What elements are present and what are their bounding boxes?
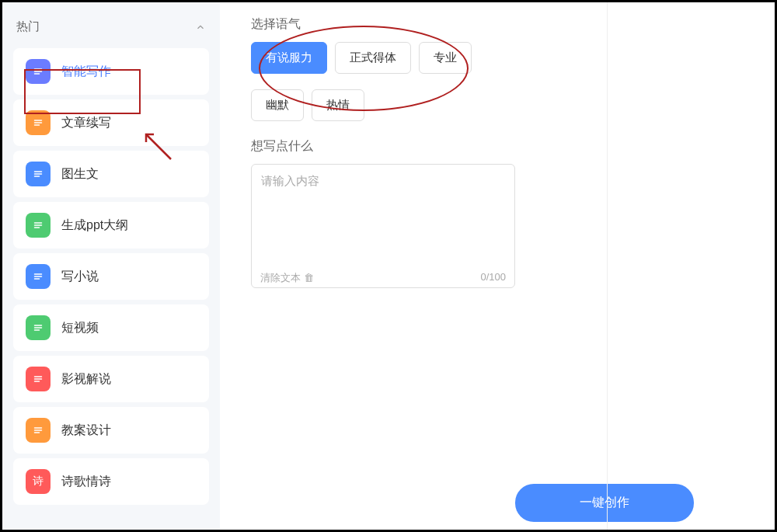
sidebar-item-label: 写小说 bbox=[61, 269, 99, 285]
tone-option-2[interactable]: 专业 bbox=[419, 42, 472, 74]
sidebar-item-label: 教案设计 bbox=[61, 422, 111, 439]
sidebar-item-8[interactable]: 诗诗歌情诗 bbox=[13, 458, 209, 505]
tone-label: 选择语气 bbox=[251, 16, 744, 33]
sidebar-item-icon: 诗 bbox=[26, 469, 51, 494]
sidebar-item-label: 文章续写 bbox=[61, 115, 111, 131]
content-input[interactable] bbox=[251, 164, 515, 288]
sidebar-item-label: 影视解说 bbox=[61, 371, 111, 388]
sidebar-item-label: 诗歌情诗 bbox=[61, 474, 111, 490]
sidebar-item-2[interactable]: 图生文 bbox=[13, 151, 209, 197]
sidebar-item-5[interactable]: 短视频 bbox=[13, 304, 209, 351]
submit-button[interactable]: 一键创作 bbox=[515, 484, 694, 522]
sidebar-item-icon bbox=[26, 418, 51, 443]
chevron-up-icon bbox=[195, 22, 206, 33]
sidebar-item-icon bbox=[26, 213, 51, 238]
sidebar-item-7[interactable]: 教案设计 bbox=[13, 407, 209, 454]
sidebar-item-label: 短视频 bbox=[61, 320, 99, 336]
sidebar-item-label: 生成ppt大纲 bbox=[61, 217, 128, 234]
sidebar-item-icon bbox=[26, 367, 51, 391]
sidebar-item-1[interactable]: 文章续写 bbox=[13, 99, 209, 146]
main-content: 选择语气 有说服力正式得体专业幽默热情 想写点什么 清除文本 🗑 0/100 一… bbox=[220, 2, 775, 530]
sidebar-item-6[interactable]: 影视解说 bbox=[13, 356, 209, 402]
sidebar-item-icon bbox=[26, 315, 51, 340]
sidebar-item-label: 图生文 bbox=[61, 166, 99, 183]
sidebar-section-label: 热门 bbox=[16, 19, 40, 34]
sidebar-item-icon bbox=[26, 110, 51, 135]
sidebar-item-label: 智能写作 bbox=[61, 64, 111, 80]
sidebar-section-header[interactable]: 热门 bbox=[2, 10, 220, 43]
prompt-label: 想写点什么 bbox=[251, 138, 744, 155]
trash-icon: 🗑 bbox=[304, 272, 314, 283]
tone-option-0[interactable]: 有说服力 bbox=[251, 42, 327, 74]
sidebar-item-3[interactable]: 生成ppt大纲 bbox=[13, 202, 209, 249]
tone-options: 有说服力正式得体专业幽默热情 bbox=[251, 42, 744, 121]
tone-option-3[interactable]: 幽默 bbox=[251, 89, 304, 121]
sidebar: 热门 智能写作文章续写图生文生成ppt大纲写小说短视频影视解说教案设计诗诗歌情诗 bbox=[2, 2, 220, 530]
divider bbox=[607, 2, 608, 530]
tone-option-1[interactable]: 正式得体 bbox=[335, 42, 411, 74]
sidebar-item-icon bbox=[26, 59, 51, 84]
sidebar-item-icon bbox=[26, 264, 51, 289]
sidebar-item-icon bbox=[26, 162, 51, 186]
sidebar-item-4[interactable]: 写小说 bbox=[13, 253, 209, 300]
sidebar-item-0[interactable]: 智能写作 bbox=[13, 48, 209, 95]
tone-option-4[interactable]: 热情 bbox=[312, 89, 364, 121]
clear-text-button[interactable]: 清除文本 🗑 bbox=[260, 271, 314, 285]
char-counter: 0/100 bbox=[480, 271, 506, 285]
